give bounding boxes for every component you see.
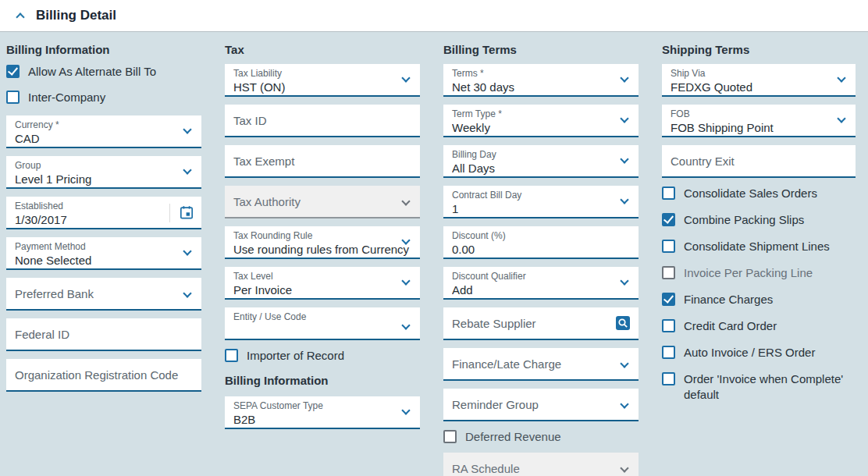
discount-input[interactable]: Discount (%) 0.00: [443, 226, 639, 259]
discount-qualifier-dropdown[interactable]: Discount Qualifier Add: [443, 267, 639, 300]
field-label: Tax Rounding Rule: [233, 230, 412, 241]
section-title: Billing Detail: [36, 8, 116, 23]
checkbox-row-deferred-revenue: Deferred Revenue: [443, 429, 639, 445]
checkbox-row-inter-company[interactable]: Inter-Company: [6, 90, 201, 105]
sepa-customer-type-dropdown[interactable]: SEPA Customer Type B2B: [225, 396, 420, 429]
field-value: FOB Shipping Point: [671, 120, 848, 135]
field-label: Discount (%): [452, 230, 631, 241]
checkbox[interactable]: [662, 346, 675, 359]
payment-method-dropdown[interactable]: Payment Method None Selected: [6, 237, 201, 270]
checkbox[interactable]: [662, 293, 675, 306]
checkbox-row-importer-of-record[interactable]: Importer of Record: [225, 348, 420, 364]
field-placeholder: Tax ID: [233, 114, 267, 127]
checkbox-row-finance-charges[interactable]: Finance Charges: [662, 292, 856, 307]
terms-dropdown[interactable]: Terms * Net 30 days: [443, 64, 639, 97]
group-title-tax: Tax: [225, 43, 420, 56]
checkbox-row-consolidate-shipment-lines[interactable]: Consolidate Shipment Lines: [662, 239, 856, 254]
checkbox[interactable]: [662, 213, 675, 226]
checkbox-label: Auto Invoice / ERS Order: [684, 345, 815, 361]
billing-detail-section-header[interactable]: Billing Detail: [0, 0, 868, 32]
field-placeholder: Preferred Bank: [15, 287, 94, 300]
reminder-group-dropdown[interactable]: Reminder Group: [443, 389, 639, 421]
tax-exempt-input[interactable]: Tax Exempt: [225, 145, 420, 178]
preferred-bank-dropdown[interactable]: Preferred Bank: [6, 278, 201, 311]
fob-dropdown[interactable]: FOB FOB Shipping Point: [662, 105, 856, 137]
field-value: 1: [452, 201, 631, 216]
checkbox-label: Combine Packing Slips: [684, 212, 804, 228]
checkbox-label: Inter-Company: [28, 90, 105, 105]
checkbox-label: Order 'Invoice when Complete' default: [684, 371, 848, 403]
collapse-section-button[interactable]: [12, 7, 29, 24]
checkbox-row-order-invoice-when-complete[interactable]: Order 'Invoice when Complete' default: [662, 371, 856, 403]
field-placeholder: Finance/Late Charge: [452, 357, 561, 371]
entity-use-code-dropdown[interactable]: Entity / Use Code: [225, 307, 420, 340]
field-label: Terms *: [452, 68, 631, 79]
field-label: Contract Bill Day: [452, 190, 631, 201]
checkbox-row-credit-card-order[interactable]: Credit Card Order: [662, 318, 856, 334]
field-label: Billing Day: [452, 149, 631, 160]
tax-rounding-rule-dropdown[interactable]: Tax Rounding Rule Use rounding rules fro…: [225, 226, 420, 259]
chevron-down-icon: [620, 464, 628, 472]
checkbox-row-invoice-per-packing-line: Invoice Per Packing Line: [662, 265, 856, 281]
chevron-down-icon: [620, 400, 628, 408]
field-value: None Selected: [15, 253, 194, 268]
finance-late-charge-dropdown[interactable]: Finance/Late Charge: [443, 348, 639, 381]
checkbox-label: Consolidate Shipment Lines: [684, 239, 830, 254]
term-type-dropdown[interactable]: Term Type * Weekly: [443, 105, 639, 137]
field-label: Discount Qualifier: [452, 271, 631, 282]
field-label: Currency *: [15, 119, 194, 130]
federal-id-input[interactable]: Federal ID: [6, 318, 201, 351]
search-lookup-icon[interactable]: [615, 315, 631, 334]
checkbox[interactable]: [662, 240, 675, 253]
field-placeholder: RA Schedule: [452, 462, 520, 475]
checkbox-row-allow-alternate-bill-to[interactable]: Allow As Alternate Bill To: [6, 64, 201, 80]
field-value: CAD: [15, 131, 194, 146]
field-label: SEPA Customer Type: [233, 400, 412, 411]
checkbox[interactable]: [6, 91, 20, 104]
rebate-supplier-lookup[interactable]: Rebate Supplier: [443, 307, 639, 340]
field-value: Per Invoice: [233, 282, 412, 297]
checkbox[interactable]: [662, 186, 675, 200]
field-label: Tax Liability: [233, 68, 412, 79]
checkbox-label: Deferred Revenue: [465, 429, 561, 445]
checkbox-label: Consolidate Sales Orders: [684, 186, 817, 201]
contract-bill-day-dropdown[interactable]: Contract Bill Day 1: [443, 186, 639, 218]
field-value: 1/30/2017: [15, 212, 194, 227]
checkbox-row-auto-invoice-ers-order[interactable]: Auto Invoice / ERS Order: [662, 345, 856, 361]
currency-dropdown[interactable]: Currency * CAD: [6, 115, 201, 148]
checkbox[interactable]: [662, 372, 675, 385]
field-value: FEDXG Quoted: [671, 80, 848, 94]
field-label: Payment Method: [15, 241, 194, 252]
field-value: Use rounding rules from Currency: [233, 242, 412, 257]
tax-liability-dropdown[interactable]: Tax Liability HST (ON): [225, 64, 420, 97]
field-placeholder: Federal ID: [15, 328, 69, 341]
calendar-icon[interactable]: [180, 205, 194, 223]
checkbox-label: Allow As Alternate Bill To: [28, 64, 156, 80]
established-date-field[interactable]: Established 1/30/2017: [6, 197, 201, 229]
tax-authority-dropdown: Tax Authority: [225, 186, 420, 218]
field-placeholder: Rebate Supplier: [452, 317, 536, 330]
checkbox-row-consolidate-sales-orders[interactable]: Consolidate Sales Orders: [662, 186, 856, 201]
group-title-billing-information: Billing Information: [6, 43, 201, 56]
field-value: 0.00: [452, 242, 631, 257]
chevron-down-icon: [401, 321, 410, 329]
ship-via-dropdown[interactable]: Ship Via FEDXG Quoted: [662, 64, 856, 97]
checkbox-row-combine-packing-slips[interactable]: Combine Packing Slips: [662, 212, 856, 228]
field-divider: [169, 204, 170, 222]
field-label: Tax Level: [233, 271, 412, 282]
field-value: HST (ON): [233, 80, 412, 94]
shipping-options-checkbox-list: Consolidate Sales Orders Combine Packing…: [662, 186, 856, 403]
checkbox-group: Allow As Alternate Bill To Inter-Company: [6, 64, 201, 105]
tax-level-dropdown[interactable]: Tax Level Per Invoice: [225, 267, 420, 300]
tax-id-input[interactable]: Tax ID: [225, 105, 420, 137]
field-label: Established: [15, 201, 194, 211]
group-dropdown[interactable]: Group Level 1 Pricing: [6, 156, 201, 189]
billing-day-dropdown[interactable]: Billing Day All Days: [443, 145, 639, 178]
checkbox[interactable]: [225, 349, 238, 362]
checkbox[interactable]: [662, 319, 675, 332]
checkbox[interactable]: [6, 65, 20, 78]
country-exit-input[interactable]: Country Exit: [662, 145, 856, 178]
column-billing-terms: Billing Terms Terms * Net 30 days Term T…: [443, 37, 639, 476]
chevron-down-icon: [183, 289, 191, 297]
organization-registration-code-input[interactable]: Organization Registration Code: [6, 359, 201, 392]
